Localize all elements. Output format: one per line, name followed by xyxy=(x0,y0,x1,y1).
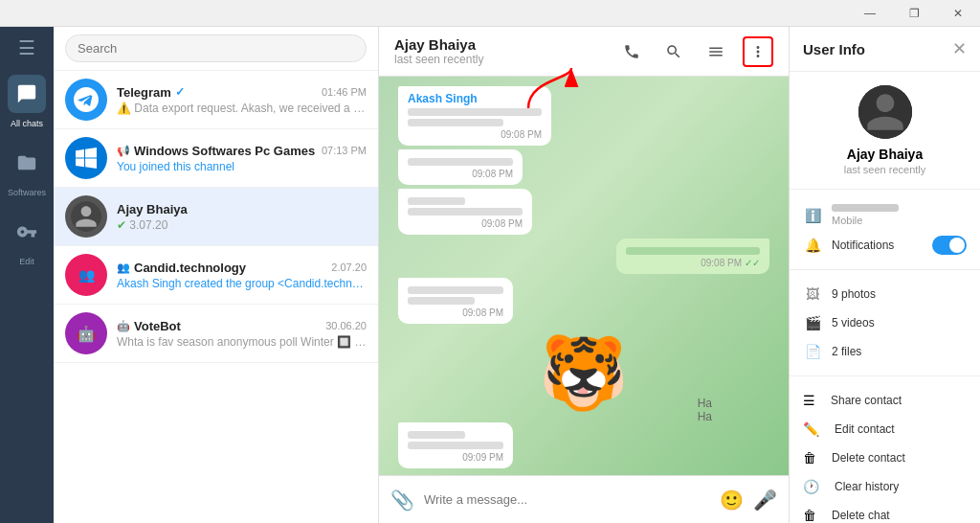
avatar xyxy=(65,79,107,121)
chat-header-bar: Ajay Bhaiya last seen recently xyxy=(379,27,789,77)
call-button[interactable] xyxy=(616,36,647,67)
message-5: 09:08 PM xyxy=(398,278,769,324)
nav-item-all-chats[interactable]: All chats xyxy=(8,75,46,128)
photos-row[interactable]: 🖼 9 photos xyxy=(803,280,967,308)
user-info-panel: User Info ✕ Ajay Bhaiya last seen recent… xyxy=(789,27,980,523)
bell-icon: 🔔 xyxy=(803,236,822,255)
files-row[interactable]: 📄 2 files xyxy=(803,337,967,366)
photos-icon: 🖼 xyxy=(803,284,822,304)
avatar xyxy=(65,137,107,179)
edit-icon: ✏️ xyxy=(803,421,819,437)
delete-contact-row[interactable]: 🗑 Delete contact xyxy=(803,443,967,472)
delete-chat-icon: 🗑 xyxy=(803,508,816,523)
message-1: Akash Singh 09:08 PM xyxy=(398,86,769,146)
hamburger-menu[interactable]: ☰ xyxy=(18,36,35,59)
message-4: 09:08 PM ✓✓ xyxy=(398,239,769,274)
message-6: 09:09 PM xyxy=(398,422,769,468)
restore-button[interactable]: ❐ xyxy=(892,0,936,27)
messages-container: Akash Singh 09:08 PM 09:08 PM xyxy=(379,77,789,475)
nav-sidebar: ☰ All chats Softwares Edit xyxy=(0,27,54,523)
chat-main: Ajay Bhaiya last seen recently xyxy=(379,27,789,523)
emoji-reactions: 🤣 🤣 xyxy=(398,472,769,475)
chat-item-telegram[interactable]: Telegram ✓ 01:46 PM ⚠️ Data export reque… xyxy=(54,71,378,129)
chat-messages: Akash Singh 09:08 PM 09:08 PM xyxy=(379,77,789,475)
search-button[interactable] xyxy=(658,36,689,67)
edit-contact-row[interactable]: ✏️ Edit contact xyxy=(803,415,967,443)
chat-item-ajay[interactable]: Ajay Bhaiya ✔ 3.07.20 xyxy=(54,188,378,246)
avatar xyxy=(65,195,107,238)
avatar: 🤖 xyxy=(65,312,107,354)
search-input[interactable] xyxy=(65,34,367,62)
share-contact-row[interactable]: ☰ Share contact xyxy=(803,386,967,415)
chat-item-votebot[interactable]: 🤖 🤖 VoteBot 30.06.20 Whta is fav season … xyxy=(54,305,378,363)
avatar: 👥 xyxy=(65,254,107,296)
clear-history-row[interactable]: 🕐 Clear history xyxy=(803,472,967,501)
files-icon: 📄 xyxy=(803,342,822,361)
videos-icon: 🎬 xyxy=(803,313,822,332)
user-info-status: last seen recently xyxy=(844,164,926,175)
chat-input-bar: 📎 🙂 🎤 xyxy=(379,475,789,523)
user-info-name: Ajay Bhaiya xyxy=(847,147,923,162)
close-user-info-button[interactable]: ✕ xyxy=(952,38,967,59)
toggle-sidebar-button[interactable] xyxy=(701,36,731,67)
notifications-row[interactable]: 🔔 Notifications xyxy=(803,231,967,260)
voice-button[interactable]: 🎤 xyxy=(753,489,777,512)
sticker-tiger: 🐯 HaHa xyxy=(398,328,769,419)
delete-chat-row[interactable]: 🗑 Delete chat xyxy=(803,501,967,523)
phone-row[interactable]: ℹ️ Mobile xyxy=(803,199,967,231)
share-icon: ☰ xyxy=(803,393,815,408)
chat-status: last seen recently xyxy=(394,53,483,66)
nav-item-edit[interactable]: Edit xyxy=(8,213,46,266)
message-input[interactable] xyxy=(424,492,710,507)
history-icon: 🕐 xyxy=(803,479,819,494)
videos-row[interactable]: 🎬 5 videos xyxy=(803,308,967,337)
info-icon: ℹ️ xyxy=(803,206,822,225)
message-2: 09:08 PM xyxy=(398,149,769,185)
chat-name: Ajay Bhaiya xyxy=(394,36,483,53)
chat-item-candid[interactable]: 👥 👥 Candid.technology 2.07.20 Akash Sing… xyxy=(54,246,378,305)
user-info-title: User Info xyxy=(803,41,865,57)
attach-button[interactable]: 📎 xyxy=(390,489,414,512)
minimize-button[interactable]: — xyxy=(848,0,892,27)
more-options-button[interactable] xyxy=(743,36,773,67)
chat-item-windows[interactable]: 📢 Windows Softwares Pc Games 07:13 PM Yo… xyxy=(54,129,378,188)
user-avatar-large xyxy=(858,85,912,139)
delete-icon: 🗑 xyxy=(803,450,816,466)
nav-item-softwares[interactable]: Softwares xyxy=(8,144,46,197)
notifications-toggle[interactable] xyxy=(932,236,967,255)
emoji-button[interactable]: 🙂 xyxy=(720,489,744,512)
message-3: 09:08 PM xyxy=(398,189,769,235)
close-button[interactable]: ✕ xyxy=(936,0,980,27)
chat-list: Telegram ✓ 01:46 PM ⚠️ Data export reque… xyxy=(54,27,379,523)
search-bar xyxy=(54,27,378,71)
